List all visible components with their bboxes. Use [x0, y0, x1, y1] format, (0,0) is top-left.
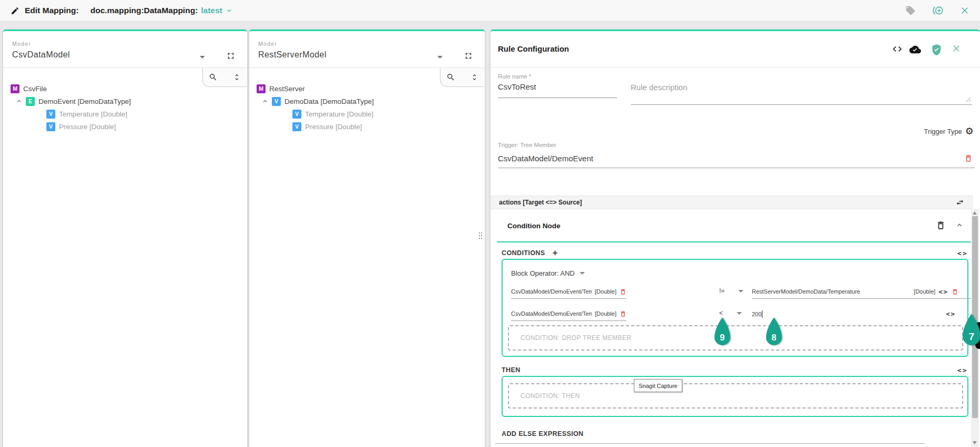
rule-name-input[interactable]: CsvToRest: [498, 82, 536, 91]
tree-node-label: Pressure [Double]: [59, 123, 116, 131]
condition2-code-icon[interactable]: <>: [946, 310, 955, 318]
block-operator-caret-icon: [580, 272, 585, 275]
conditions-block: Block Operator: AND CsvDataModel/DemoEve…: [502, 259, 968, 357]
version-chevron-down-icon[interactable]: [226, 7, 233, 14]
trigger-type-row: Trigger Type ⚙: [924, 127, 974, 135]
model-badge: M: [257, 84, 266, 93]
mapping-version[interactable]: latest: [201, 6, 223, 15]
then-drop-zone[interactable]: CONDITION: THEN: [508, 383, 963, 409]
step-marker-7: 7: [960, 313, 980, 350]
tree-node-variable[interactable]: V Temperature [Double]: [249, 108, 437, 120]
condition1-operator-select[interactable]: !=: [719, 287, 743, 295]
condition1-code-icon[interactable]: <>: [938, 288, 948, 296]
validate-shield-icon[interactable]: [931, 44, 942, 56]
svg-text:8: 8: [771, 333, 776, 343]
then-drop-zone-label: CONDITION: THEN: [521, 392, 580, 400]
actions-header: actions [Target <=> Source]: [491, 196, 973, 209]
panel-resize-handle[interactable]: [479, 232, 480, 234]
scrollbar-down-arrow[interactable]: [973, 441, 977, 444]
condition1-left-delete-icon[interactable]: [620, 288, 626, 296]
collapse-caret-icon[interactable]: [15, 98, 24, 105]
condition-drop-zone-label: CONDITION: DROP TREE MEMBER: [521, 334, 631, 342]
model-select-label: Model: [258, 41, 277, 47]
close-icon[interactable]: [960, 6, 969, 15]
condition-drop-zone[interactable]: CONDITION: DROP TREE MEMBER: [508, 325, 963, 351]
model-select[interactable]: CsvDataModel: [12, 50, 70, 60]
target-model-panel: Model RestServerModel M RestServer: [249, 30, 485, 447]
cloud-save-icon[interactable]: [908, 44, 922, 55]
expand-collapse-icon[interactable]: [233, 73, 241, 82]
add-live-icon[interactable]: [932, 5, 944, 16]
expand-collapse-icon[interactable]: [471, 73, 478, 82]
trigger-underline: [498, 168, 975, 168]
condition2-value: 200: [752, 311, 761, 317]
search-icon[interactable]: [446, 73, 455, 82]
add-else-expression-button[interactable]: ADD ELSE EXPRESSION: [502, 430, 584, 438]
condition2-operator: <: [719, 309, 723, 317]
tree-node-model[interactable]: M CsvFile: [3, 82, 200, 95]
close-rule-icon[interactable]: [952, 44, 961, 53]
model-badge: M: [11, 84, 19, 93]
swap-target-source-icon[interactable]: [955, 198, 965, 207]
step-marker-9: 9: [712, 317, 732, 349]
condition1-right-path: RestServerModel/DemoData/Temperature: [752, 288, 910, 295]
fullscreen-icon[interactable]: [226, 51, 236, 61]
tree-node-event[interactable]: E DemoEvent [DemoDataType]: [3, 95, 200, 108]
search-icon[interactable]: [209, 73, 218, 82]
tree-node-label: Pressure [Double]: [305, 123, 362, 131]
tree-node-object[interactable]: V DemoData [DemoDataType]: [249, 95, 437, 108]
condition1-left-field[interactable]: CsvDataModel/DemoEvent/Temperature [Doub…: [511, 285, 626, 299]
block-operator-select[interactable]: Block Operator: AND: [511, 269, 585, 277]
scrollbar-up-arrow[interactable]: [973, 211, 977, 215]
tree-node-label: RestServer: [269, 85, 305, 93]
tag-icon[interactable]: [905, 5, 916, 16]
target-model-tree: M RestServer V DemoData [DemoDataType] V…: [249, 82, 437, 133]
top-bar: Edit Mapping: doc.mapping:DataMapping:la…: [0, 0, 980, 21]
condition-node-collapse-icon[interactable]: [955, 221, 964, 229]
tree-node-variable[interactable]: V Pressure [Double]: [3, 120, 200, 133]
condition-node-bottom-border: [495, 443, 925, 444]
condition2-left-path: CsvDataModel/DemoEvent/Temperature: [511, 310, 592, 317]
operator-caret-icon: [737, 312, 742, 315]
rule-name-label: Rule name *: [498, 73, 531, 80]
condition-node-divider: [497, 241, 972, 242]
trigger-delete-icon[interactable]: [964, 154, 973, 163]
actions-header-label: actions [Target <=> Source]: [499, 199, 582, 206]
condition2-left-delete-icon[interactable]: [620, 310, 626, 318]
collapse-caret-icon[interactable]: [261, 98, 270, 105]
model-select-caret-icon[interactable]: [200, 56, 205, 59]
then-block: CONDITION: THEN: [502, 376, 968, 417]
variable-badge: V: [292, 110, 301, 119]
conditions-code-icon[interactable]: <>: [957, 249, 968, 257]
code-view-icon[interactable]: [891, 44, 903, 54]
trigger-value[interactable]: CsvDataModel/DemoEvent: [498, 154, 593, 163]
operator-caret-icon: [738, 290, 743, 293]
trigger-label: Trigger: Tree Member: [498, 142, 556, 148]
condition2-operator-select[interactable]: <: [719, 309, 742, 317]
snagit-tooltip-text: Snagit Capture: [639, 383, 677, 389]
event-badge: E: [26, 97, 35, 106]
condition2-left-field[interactable]: CsvDataModel/DemoEvent/Temperature [Doub…: [511, 307, 626, 321]
svg-text:7: 7: [969, 331, 975, 342]
then-code-icon[interactable]: <>: [957, 366, 968, 374]
condition2-value-field[interactable]: 200 <>: [752, 307, 973, 321]
svg-text:9: 9: [720, 333, 724, 343]
source-model-tree: M CsvFile E DemoEvent [DemoDataType] V T…: [3, 82, 200, 133]
fullscreen-icon[interactable]: [464, 51, 473, 61]
model-select-caret-icon[interactable]: [437, 56, 443, 59]
rule-description-input[interactable]: Rule description: [631, 83, 688, 92]
tree-node-variable[interactable]: V Pressure [Double]: [249, 120, 437, 133]
condition-node-delete-icon[interactable]: [936, 220, 946, 231]
text-cursor: [762, 310, 762, 318]
model-select[interactable]: RestServerModel: [258, 50, 327, 60]
source-model-panel: Model CsvDataModel M CsvFile E: [3, 30, 247, 447]
textarea-resize-icon[interactable]: [966, 97, 971, 102]
trigger-type-gear-icon[interactable]: ⚙: [965, 127, 974, 135]
condition1-right-delete-icon[interactable]: [952, 288, 958, 296]
tree-node-model[interactable]: M RestServer: [249, 82, 437, 95]
add-condition-icon[interactable]: +: [552, 249, 557, 257]
condition1-operator: !=: [719, 287, 724, 295]
tree-node-variable[interactable]: V Temperature [Double]: [3, 108, 200, 120]
condition1-right-field[interactable]: RestServerModel/DemoData/Temperature [Do…: [752, 285, 973, 299]
condition1-left-path: CsvDataModel/DemoEvent/Temperature: [511, 288, 592, 295]
